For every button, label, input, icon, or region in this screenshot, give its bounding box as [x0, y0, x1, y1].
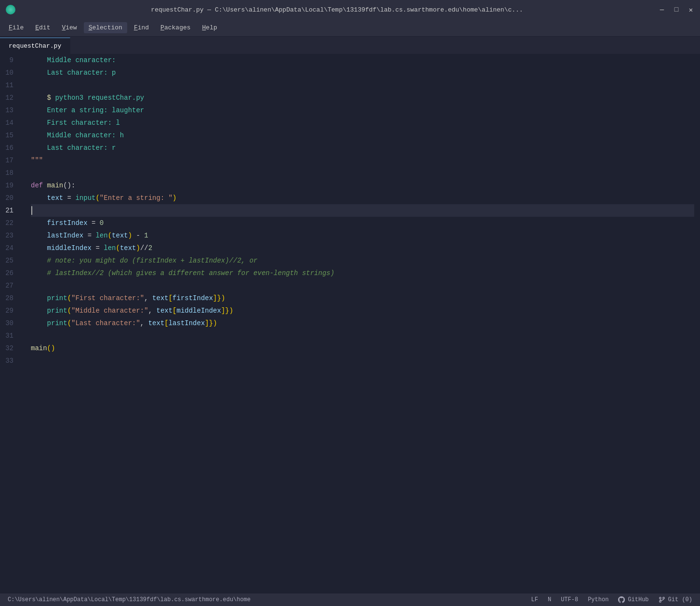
code-token: ) — [221, 292, 225, 304]
code-token: print — [47, 304, 67, 317]
code-token: Enter a string: laughter — [31, 104, 144, 117]
code-token: lastIndex — [169, 317, 205, 329]
code-token: # lastIndex//2 (which gives a different … — [31, 267, 334, 279]
code-token: text — [112, 229, 128, 242]
code-line: firstIndex = 0 — [31, 217, 694, 229]
line-number: 31 — [0, 329, 19, 342]
code-token — [31, 317, 47, 329]
svg-point-2 — [659, 601, 661, 603]
maximize-button[interactable]: □ — [673, 6, 680, 13]
line-number: 26 — [0, 267, 19, 279]
code-token — [31, 242, 47, 254]
menu-bar: File Edit View Selection Find Packages H… — [0, 19, 700, 37]
code-token: ( — [47, 342, 51, 355]
editor-container: 9101112131415161718192021222324252627282… — [0, 54, 700, 593]
code-line: text = input("Enter a string: ") — [31, 192, 694, 204]
code-token: , — [144, 292, 152, 304]
code-token: 2 — [148, 242, 152, 254]
line-number: 10 — [0, 66, 19, 79]
line-number: 11 — [0, 79, 19, 92]
menu-selection[interactable]: Selection — [84, 22, 127, 33]
code-token: 1 — [144, 229, 148, 242]
line-numbers: 9101112131415161718192021222324252627282… — [0, 54, 25, 593]
line-number: 20 — [0, 192, 19, 204]
code-line — [31, 167, 694, 179]
code-token: "First character:" — [71, 292, 144, 304]
line-number: 28 — [0, 292, 19, 304]
menu-edit[interactable]: Edit — [30, 22, 55, 33]
status-indentation[interactable]: N — [548, 596, 551, 603]
status-git[interactable]: Git (0) — [659, 596, 692, 603]
code-token: ( — [67, 292, 71, 304]
title-bar: requestChar.py — C:\Users\alinen\AppData… — [0, 0, 700, 19]
line-number: 21 — [0, 204, 19, 217]
code-line: Last character: r — [31, 142, 694, 154]
line-number: 15 — [0, 129, 19, 142]
code-line — [31, 204, 694, 217]
app-icon — [6, 5, 15, 14]
menu-packages[interactable]: Packages — [156, 22, 195, 33]
code-token: (): — [63, 179, 75, 192]
code-line: Middle character: h — [31, 129, 694, 142]
code-token — [31, 217, 47, 229]
code-token: text — [120, 242, 136, 254]
code-line: print("Middle character:", text[middleIn… — [31, 304, 694, 317]
code-area[interactable]: Middle cnaracter: Last character: p $ py… — [25, 54, 694, 593]
code-token: "Last character:" — [71, 317, 140, 329]
code-token: = — [92, 242, 104, 254]
close-button[interactable]: ✕ — [687, 6, 694, 13]
code-line: print("First character:", text[firstInde… — [31, 292, 694, 304]
code-line: Last character: p — [31, 66, 694, 79]
line-number: 16 — [0, 142, 19, 154]
line-number: 17 — [0, 154, 19, 167]
tab-bar: requestChar.py — [0, 37, 700, 54]
code-line: middleIndex = len(text)//2 — [31, 242, 694, 254]
code-token: len — [104, 242, 116, 254]
code-token: ( — [95, 192, 99, 204]
menu-view[interactable]: View — [57, 22, 81, 33]
tab-label: requestChar.py — [9, 42, 61, 50]
code-token: , — [140, 317, 148, 329]
code-line: lastIndex = len(text) - 1 — [31, 229, 694, 242]
code-token — [31, 292, 47, 304]
line-number: 22 — [0, 217, 19, 229]
code-token: text — [47, 192, 64, 204]
code-token: [ — [169, 292, 172, 304]
tab-requestchar[interactable]: requestChar.py — [0, 38, 70, 54]
minimize-button[interactable]: — — [659, 6, 665, 13]
code-line: Enter a string: laughter — [31, 104, 694, 117]
status-github[interactable]: GitHub — [618, 596, 648, 603]
code-token: ( — [67, 317, 71, 329]
menu-find[interactable]: Find — [129, 22, 154, 33]
code-token: def — [31, 179, 47, 192]
code-line — [31, 329, 694, 342]
code-line: $ python3 requestChar.py — [31, 92, 694, 104]
scrollbar[interactable] — [694, 54, 700, 593]
code-line: main() — [31, 342, 694, 355]
menu-file[interactable]: File — [4, 22, 28, 33]
code-token: = — [83, 229, 95, 242]
code-token — [31, 192, 47, 204]
menu-help[interactable]: Help — [198, 22, 222, 33]
status-line-ending[interactable]: LF — [531, 596, 538, 603]
code-line: """ — [31, 154, 694, 167]
status-items: LF N UTF-8 Python GitHub Git (0) — [531, 596, 692, 603]
line-number: 24 — [0, 242, 19, 254]
code-token: ( — [116, 242, 119, 254]
line-number: 32 — [0, 342, 19, 355]
code-token — [31, 229, 47, 242]
line-number: 25 — [0, 254, 19, 267]
code-token: text — [156, 304, 172, 317]
line-number: 12 — [0, 92, 19, 104]
code-token: """ — [31, 154, 43, 167]
code-line: def main(): — [31, 179, 694, 192]
code-token: ) — [128, 229, 132, 242]
status-encoding[interactable]: UTF-8 — [561, 596, 578, 603]
status-language[interactable]: Python — [588, 596, 608, 603]
code-token: firstIndex — [172, 292, 213, 304]
code-token: "Enter a string: " — [100, 192, 172, 204]
code-token: text — [148, 317, 165, 329]
code-token: firstIndex — [47, 217, 88, 229]
code-token: "Middle character:" — [71, 304, 148, 317]
status-path: C:\Users\alinen\AppData\Local\Temp\13139… — [8, 596, 531, 603]
